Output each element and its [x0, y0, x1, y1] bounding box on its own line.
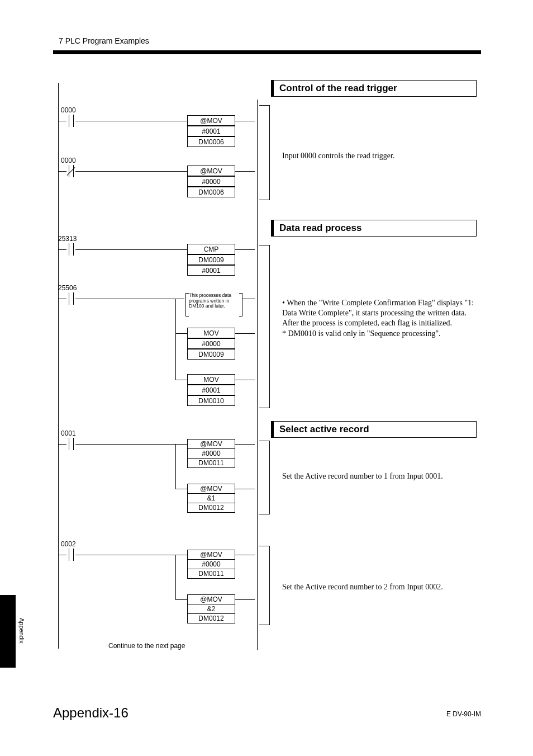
bracket [259, 546, 270, 625]
line [75, 171, 187, 172]
line [235, 171, 255, 172]
line [75, 299, 184, 299]
line [235, 333, 255, 334]
section-body: Set the Active record number to 2 from I… [282, 582, 478, 592]
rung-label: 0001 [61, 429, 76, 437]
line [58, 121, 66, 121]
instruction-box: DM0006 [187, 136, 235, 147]
instruction-box: DM0011 [187, 458, 235, 468]
line [75, 555, 187, 555]
instruction-box: &1 [187, 493, 235, 503]
explanation-rail [257, 100, 258, 650]
header-rule [53, 50, 481, 54]
line [175, 333, 187, 334]
line [175, 299, 176, 380]
line [235, 599, 255, 600]
appendix-tab-block [0, 595, 16, 668]
left-rail [58, 83, 59, 649]
line [235, 380, 255, 380]
line [75, 444, 187, 445]
line [175, 599, 187, 600]
line [58, 249, 66, 250]
rung-label: 25313 [58, 235, 77, 243]
contact-nc [66, 165, 75, 177]
line [242, 299, 255, 299]
section-heading: Data read process [271, 220, 477, 237]
line [58, 444, 66, 445]
line [175, 555, 176, 599]
document-id: E DV-90-IM [446, 710, 481, 718]
appendix-tab-label: Appendix [18, 618, 25, 644]
continue-text: Continue to the next page [108, 642, 185, 650]
note-box: This processes data programs written in … [189, 293, 239, 315]
instruction-box: @MOV [187, 594, 235, 604]
contact-no [66, 115, 75, 127]
contact-no [66, 438, 75, 450]
instruction-box: @MOV [187, 550, 235, 560]
instruction-box: #0001 [187, 265, 235, 276]
ladder-diagram: 0000 @MOV #0001 DM0006 0000 @MOV #0000 D… [58, 83, 259, 653]
line [235, 489, 255, 489]
rung-label: 0000 [61, 106, 76, 114]
instruction-box: CMP [187, 244, 235, 254]
section-body: • When the "Write Complete Confirmation … [282, 298, 478, 339]
line [75, 249, 187, 250]
instruction-box: #0000 [187, 448, 235, 459]
instruction-box: DM0012 [187, 613, 235, 623]
instruction-box: MOV [187, 328, 235, 338]
section-body: Set the Active record number to 1 from I… [282, 471, 478, 481]
line [175, 444, 176, 489]
contact-no [66, 243, 75, 256]
bracket [259, 441, 270, 514]
instruction-box: #0001 [187, 126, 235, 136]
instruction-box: @MOV [187, 115, 235, 126]
rung-label: 0002 [61, 540, 76, 548]
line [75, 121, 187, 121]
instruction-box: #0000 [187, 559, 235, 569]
page: 7 PLC Program Examples Appendix 0000 @MO… [0, 0, 533, 756]
instruction-box: #0001 [187, 385, 235, 395]
note-text: This processes data programs written in … [189, 292, 231, 309]
instruction-box: DM0009 [187, 349, 235, 360]
section-heading: Control of the read trigger [271, 80, 477, 97]
chapter-header: 7 PLC Program Examples [59, 36, 149, 45]
line [235, 121, 255, 121]
line [235, 444, 255, 445]
instruction-box: DM0012 [187, 503, 235, 513]
instruction-box: DM0011 [187, 569, 235, 579]
contact-no [66, 549, 75, 561]
line [175, 380, 187, 380]
section-body: Input 0000 controls the read trigger. [282, 151, 478, 161]
rung-label: 0000 [61, 157, 76, 164]
page-number: Appendix-16 [53, 705, 129, 721]
instruction-box: #0000 [187, 176, 235, 187]
bracket [259, 105, 270, 200]
explanation-column: Control of the read trigger Input 0000 c… [257, 83, 480, 653]
rung-label: 25506 [58, 284, 77, 292]
line [175, 489, 187, 489]
line [58, 555, 66, 555]
bracket [259, 245, 270, 408]
instruction-box: MOV [187, 374, 235, 385]
section-heading: Select active record [271, 421, 477, 438]
instruction-box: @MOV [187, 166, 235, 176]
bullet-line: • When the "Write Complete Confirmation … [282, 298, 478, 329]
instruction-box: @MOV [187, 439, 235, 449]
line [58, 299, 66, 299]
line [235, 249, 255, 250]
contact-no [66, 292, 75, 305]
instruction-box: DM0006 [187, 187, 235, 197]
instruction-box: DM0009 [187, 254, 235, 265]
instruction-box: &2 [187, 604, 235, 614]
instruction-box: @MOV [187, 484, 235, 494]
note-line: * DM0010 is valid only in "Sequence proc… [282, 329, 478, 339]
instruction-box: #0000 [187, 338, 235, 349]
instruction-box: DM0010 [187, 395, 235, 406]
line [235, 555, 255, 555]
